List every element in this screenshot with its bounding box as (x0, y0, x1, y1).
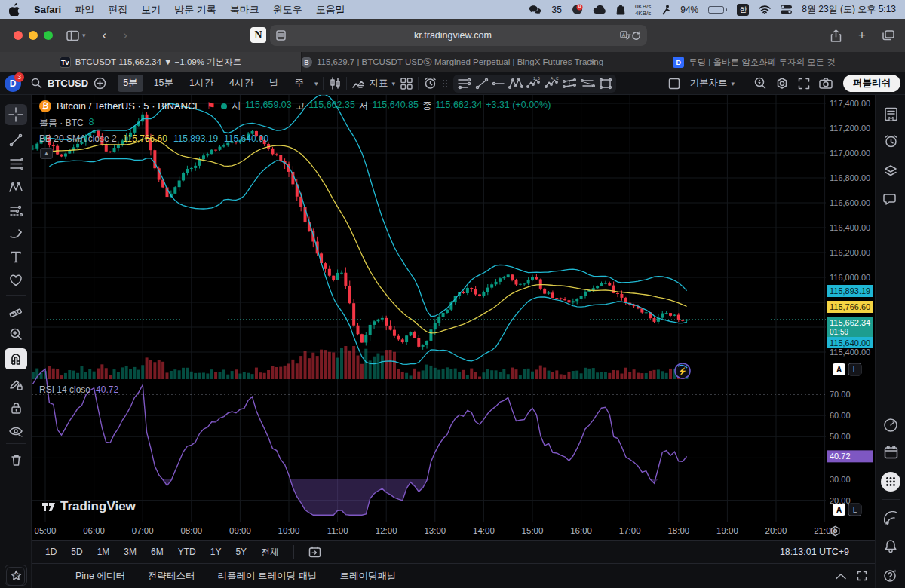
user-avatar[interactable]: D 3 (5, 75, 21, 92)
close-window-button[interactable] (14, 31, 23, 40)
replay-trading-panel-tab[interactable]: 리플레이 트레이딩 패널 (218, 570, 318, 583)
compare-add-icon[interactable] (94, 77, 106, 90)
forward-button[interactable]: › (123, 28, 127, 43)
interval-1h[interactable]: 1시간 (184, 75, 219, 92)
flat-channel-tool-icon[interactable] (581, 78, 596, 90)
range-5d[interactable]: 5D (71, 547, 82, 557)
range-ytd[interactable]: YTD (178, 547, 196, 557)
url-text[interactable]: kr.tradingview.com (286, 30, 620, 41)
messages-icon[interactable] (529, 5, 542, 15)
cloud-icon[interactable] (593, 5, 606, 14)
camera-snapshot-icon[interactable] (819, 78, 833, 89)
volume-legend[interactable]: 볼륨 · BTC8 (39, 117, 94, 130)
magnet-mode-toggle[interactable] (5, 348, 27, 369)
apple-logo[interactable] (9, 3, 20, 16)
pattern-tool[interactable] (5, 176, 27, 198)
menubar-app-name[interactable]: Safari (34, 4, 61, 15)
zoom-window-button[interactable] (44, 31, 53, 40)
network-speed[interactable]: 0KB/s4KB/s (635, 3, 651, 17)
back-button[interactable]: ‹ (103, 28, 107, 43)
reload-icon[interactable] (631, 31, 641, 41)
screener-gauge-button[interactable] (882, 417, 899, 433)
trading-panel-tab[interactable]: 트레이딩패널 (339, 570, 396, 583)
pane-collapse-button[interactable]: ▲ (40, 148, 53, 159)
elliott-correction-tool-icon[interactable]: AC (545, 77, 560, 90)
fullscreen-icon[interactable] (798, 78, 810, 90)
indicators-button[interactable]: 지표 ▾ (352, 77, 395, 90)
tab-tradingview[interactable]: Tv BTCUSDT 115,662.34 ▼ −1.09% 기본차트 (0, 52, 302, 72)
horizontal-lines-tool-icon[interactable] (457, 78, 472, 90)
control-center-icon[interactable] (781, 5, 792, 14)
templates-grid-icon[interactable] (400, 78, 413, 90)
lock-all-tool[interactable] (5, 397, 27, 418)
menu-history[interactable]: 방문 기록 (174, 3, 216, 17)
hide-drawings-tool[interactable] (5, 421, 27, 442)
symbol-search-button[interactable]: BTCUSD (48, 78, 88, 89)
trend-line-tool-icon[interactable] (475, 78, 489, 90)
emoji-heart-tool[interactable] (5, 270, 27, 291)
horizontal-ray-tool-icon[interactable] (492, 78, 505, 90)
rectangle-tool-icon[interactable] (599, 78, 612, 90)
watchlist-panel-button[interactable] (882, 106, 899, 122)
menu-view[interactable]: 보기 (141, 3, 161, 17)
symbol-legend[interactable]: ₿ Bitcoin / TetherUS · 5 · BINANCE ⚑ 시11… (39, 100, 551, 112)
panel-expand-chevron-icon[interactable] (836, 573, 846, 580)
layout-name-button[interactable]: 기본차트 ▾ (689, 77, 735, 90)
range-1m[interactable]: 1M (97, 547, 110, 557)
strategy-tester-tab[interactable]: 전략테스터 (148, 570, 195, 583)
zoom-in-tool[interactable] (5, 323, 27, 345)
session-clock[interactable]: 18:13:01 UTC+9 (780, 547, 849, 557)
watchlist-star-icon[interactable]: ☆ (6, 567, 25, 586)
brush-tool[interactable] (5, 223, 27, 244)
translate-icon[interactable]: A (620, 31, 631, 41)
trend-line-tool[interactable] (5, 130, 27, 151)
interval-4h[interactable]: 4시간 (224, 75, 259, 92)
object-tree-button[interactable] (882, 163, 899, 179)
menu-window[interactable]: 윈도우 (273, 3, 302, 17)
fib-retracement-tool[interactable] (5, 153, 27, 174)
menu-bookmarks[interactable]: 북마크 (230, 3, 259, 17)
sidebar-toggle[interactable]: ▾ (66, 30, 86, 41)
battery-icon[interactable] (708, 6, 727, 14)
wifi-icon[interactable] (759, 5, 771, 14)
range-1y[interactable]: 1Y (210, 547, 222, 557)
layout-select-icon[interactable] (668, 78, 680, 90)
edit-lock-tool[interactable] (5, 374, 27, 395)
interval-menu-chevron[interactable]: ▾ (314, 80, 318, 87)
measure-tool[interactable] (5, 300, 27, 321)
prediction-tool[interactable] (5, 200, 27, 221)
interval-1w[interactable]: 주 (289, 75, 309, 92)
share-icon[interactable] (830, 29, 842, 42)
menu-edit[interactable]: 편집 (108, 3, 127, 17)
page-menu-icon[interactable] (276, 30, 286, 41)
app-icon-dark[interactable] (616, 5, 625, 15)
tab-tooding[interactable]: D 투딩 | 올바른 암호화폐 투자의 모든 것 (603, 52, 905, 72)
search-icon[interactable] (31, 78, 42, 89)
text-tool[interactable] (5, 247, 27, 268)
drag-handle-icon[interactable] (442, 78, 448, 89)
settings-icon[interactable] (775, 77, 789, 90)
range-5y[interactable]: 5Y (235, 547, 247, 557)
pine-editor-tab[interactable]: Pine 에디터 (75, 570, 125, 583)
range-1d[interactable]: 1D (45, 547, 57, 557)
chart-style-candles-icon[interactable] (329, 77, 341, 90)
fitness-icon[interactable] (661, 5, 670, 15)
bollinger-legend[interactable]: BB 20 SMA close 2 115,766.60 115,893.19 … (39, 133, 268, 144)
notifications-bell-button[interactable] (882, 537, 899, 554)
menu-help[interactable]: 도움말 (316, 3, 345, 17)
tab-overview-icon[interactable] (882, 30, 894, 41)
input-source-korean[interactable]: 한 (737, 4, 749, 16)
xabcd-pattern-tool-icon[interactable] (508, 77, 523, 90)
address-bar[interactable]: kr.tradingview.com A (270, 25, 647, 46)
range-all[interactable]: 전체 (261, 546, 279, 559)
goto-date-icon[interactable] (308, 546, 321, 558)
notification-app-icon[interactable]: H (572, 4, 583, 15)
panel-maximize-icon[interactable] (857, 571, 867, 581)
rsi-legend[interactable]: RSI 14 close40.72 (39, 384, 118, 395)
interval-5m[interactable]: 5분 (118, 75, 143, 92)
interval-1d[interactable]: 날 (264, 75, 284, 92)
help-button[interactable] (882, 567, 899, 583)
elliott-impulse-tool-icon[interactable]: 15 (526, 77, 541, 90)
alerts-panel-button[interactable] (882, 133, 899, 149)
notion-extension-icon[interactable]: N (250, 27, 266, 43)
